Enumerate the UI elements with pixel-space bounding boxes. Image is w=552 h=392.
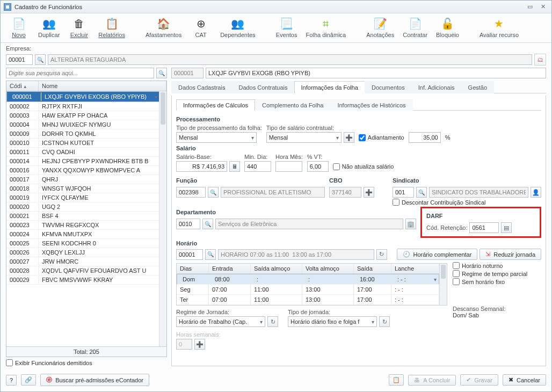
empresa-card-icon[interactable]: 🗂	[534, 54, 546, 66]
copy-button[interactable]: 📋	[389, 374, 404, 386]
table-row[interactable]: 000009DORHR TO QKMHL	[6, 129, 159, 139]
table-row[interactable]: 000016YANXX QQXOWYP KBWOMPVEC A	[6, 166, 159, 175]
duplicar-button[interactable]: 👥Duplicar	[35, 16, 63, 39]
sem-horario-fixo-checkbox[interactable]: Sem horário fixo	[453, 278, 505, 285]
salario-base-input[interactable]	[176, 161, 227, 172]
table-row[interactable]: 000026XQBQY LEXLJJ	[6, 248, 159, 257]
table-row[interactable]: 000014HEJNJ CPEBYYP PXWNDHRKE BTB B	[6, 157, 159, 166]
tab-cadastrais[interactable]: Dados Cadastrais	[171, 81, 232, 93]
help-button[interactable]: ?	[6, 375, 17, 386]
search-input[interactable]	[6, 68, 154, 78]
sindicato-search-icon[interactable]	[416, 187, 427, 198]
table-row[interactable]: 000010ICSTNOH KUTOET	[6, 139, 159, 148]
regime-parcial-checkbox[interactable]: Regime de tempo parcial	[453, 270, 527, 277]
table-row[interactable]: 000002RJTPX RXTFJI	[6, 102, 159, 111]
funcao-search-icon[interactable]	[208, 187, 219, 198]
search-icon[interactable]	[156, 68, 167, 78]
tab-contratuais[interactable]: Dados Contratuais	[231, 81, 294, 93]
gravar-button[interactable]: ✔ Gravar	[460, 374, 498, 386]
horario-row[interactable]: Dom08:00::16:00: - :	[177, 274, 439, 285]
exibir-demitidos-checkbox[interactable]: Exibir Funcionários demitidos	[6, 359, 167, 366]
table-row[interactable]: 000024KFMVA NMUTXPX	[6, 230, 159, 239]
buscar-preadmissoes-button[interactable]: ⓔBuscar pré-admissões eContador	[40, 374, 149, 386]
cbo-add-icon[interactable]: ➕	[364, 187, 374, 198]
avaliar-button[interactable]: ★Avaliar recurso	[476, 16, 522, 39]
table-row[interactable]: 000018WNSGT WJFQOH	[6, 184, 159, 193]
departamento-code-input[interactable]	[176, 219, 200, 229]
sindicato-person-icon[interactable]: 👤	[531, 187, 541, 198]
eventos-button[interactable]: 📃Eventos	[273, 16, 301, 39]
adiantamento-input[interactable]	[409, 132, 441, 143]
table-row[interactable]: 000025SEENI KODCHHR 0	[6, 239, 159, 248]
dependentes-button[interactable]: 👥Dependentes	[217, 16, 258, 39]
tab-folha[interactable]: Informações da Folha	[294, 81, 365, 93]
table-row[interactable]: 000028XQDVL QAFVFIV EFOUARDVO AST U	[6, 266, 159, 275]
descontar-sindical-checkbox[interactable]: Descontar Contribuição Sindical	[393, 199, 541, 206]
folha-dinamica-button[interactable]: ⌗Folha dinâmica	[303, 16, 350, 39]
tipo-salario-add-icon[interactable]: ➕	[344, 132, 354, 143]
regime-jornada-select[interactable]: Horário de Trabalho (Cap.	[176, 316, 265, 327]
horario-complementar-button[interactable]: Horário complementar	[397, 249, 478, 260]
departamento-add-icon[interactable]: 🏢	[405, 219, 416, 229]
adiantamento-checkbox[interactable]: Adiantamento	[359, 134, 404, 141]
minimize-icon[interactable]: ▭	[525, 3, 535, 11]
departamento-search-icon[interactable]	[202, 219, 213, 229]
table-row[interactable]: 000001LXQJF GVYBVI EXOGB (RBO YPIYB)	[6, 91, 159, 102]
empresa-search-icon[interactable]	[35, 54, 46, 65]
horario-row[interactable]: Seg07:0011:0013:0017:00: - :	[177, 285, 439, 295]
table-row[interactable]: 000004MHNJ WUIXECF NYMGU	[6, 120, 159, 129]
vt-input[interactable]	[307, 161, 329, 172]
tipo-salario-select[interactable]: Mensal	[266, 132, 342, 143]
cancelar-button[interactable]: ✖ Cancelar	[503, 374, 546, 386]
afastamentos-button[interactable]: 🏠Afastamentos	[142, 16, 185, 39]
tab-gestao[interactable]: Gestão	[461, 81, 494, 93]
table-row[interactable]: 000019IYFCX QLFAYME	[6, 193, 159, 202]
relatorios-button[interactable]: 📋Relatórios	[95, 16, 128, 39]
regime-refresh-icon[interactable]	[267, 316, 278, 327]
novo-button[interactable]: 📄Novo	[5, 16, 33, 39]
selected-name[interactable]	[206, 68, 546, 78]
cat-button[interactable]: ⊕CAT	[187, 16, 215, 39]
tipo-processamento-select[interactable]: Mensal	[176, 132, 257, 143]
subtab-historicos[interactable]: Informações de Históricos	[330, 99, 412, 111]
table-row[interactable]: 000021BSF 4	[6, 212, 159, 221]
table-row[interactable]: 000003HAW EKATP FP OHACA	[6, 111, 159, 120]
empresa-code-input[interactable]	[6, 54, 33, 65]
horario-scrollbar[interactable]	[439, 264, 447, 305]
tab-adicionais[interactable]: Inf. Adicionais	[411, 81, 462, 93]
table-row[interactable]: 000023TWVMH REGFXCQX	[6, 221, 159, 230]
darf-cod-retencao-input[interactable]	[469, 222, 499, 233]
tipo-jornada-select[interactable]: Horário diário fixo e folga f	[288, 316, 377, 327]
horario-row[interactable]: Ter07:0011:0013:0017:00: - :	[177, 295, 439, 305]
col-header-name[interactable]: Nome	[39, 81, 166, 91]
table-row[interactable]: 000011CVQ OADHI	[6, 148, 159, 157]
close-icon[interactable]: ✕	[538, 3, 548, 11]
grid-scrollbar[interactable]	[159, 91, 166, 346]
excluir-button[interactable]: 🗑Excluir	[65, 16, 93, 39]
horario-noturno-checkbox[interactable]: Horário noturno	[453, 262, 503, 269]
bloqueio-button[interactable]: 🔓Bloqueio	[433, 16, 462, 39]
horario-search-icon[interactable]	[205, 249, 216, 260]
col-header-code[interactable]: Códi▲	[6, 81, 39, 91]
table-row[interactable]: 000029FBVC MMSVWWF KKRAY	[6, 275, 159, 285]
table-row[interactable]: 000020UGQ 2	[6, 202, 159, 212]
table-row[interactable]: 000027JRW HMORC	[6, 257, 159, 266]
tab-documentos[interactable]: Documentos	[365, 81, 412, 93]
nao-atualiza-checkbox[interactable]: Não atualiza salário	[333, 163, 394, 170]
tipo-jornada-refresh-icon[interactable]	[379, 316, 390, 327]
reduzir-jornada-button[interactable]: Reduzir jornada	[480, 249, 541, 260]
funcao-code-input[interactable]	[176, 187, 206, 198]
link-button[interactable]: 🔗	[21, 374, 36, 386]
subtab-calculos[interactable]: Informações de Cálculos	[176, 99, 255, 111]
horario-code-input[interactable]	[176, 249, 203, 260]
subtab-complemento[interactable]: Complemento da Folha	[255, 99, 330, 111]
horario-refresh-icon[interactable]	[376, 249, 387, 260]
darf-list-icon[interactable]: ▤	[501, 222, 512, 233]
horas-add-icon[interactable]: ➕	[194, 339, 205, 350]
min-dia-input[interactable]	[244, 161, 271, 172]
table-row[interactable]: 000017QHRJ	[6, 175, 159, 184]
salario-calc-icon[interactable]: 🖩	[229, 161, 240, 172]
hora-mes-input[interactable]	[275, 161, 302, 172]
contratar-button[interactable]: 📄Contratar	[400, 16, 431, 39]
sindicato-code-input[interactable]	[393, 187, 414, 198]
